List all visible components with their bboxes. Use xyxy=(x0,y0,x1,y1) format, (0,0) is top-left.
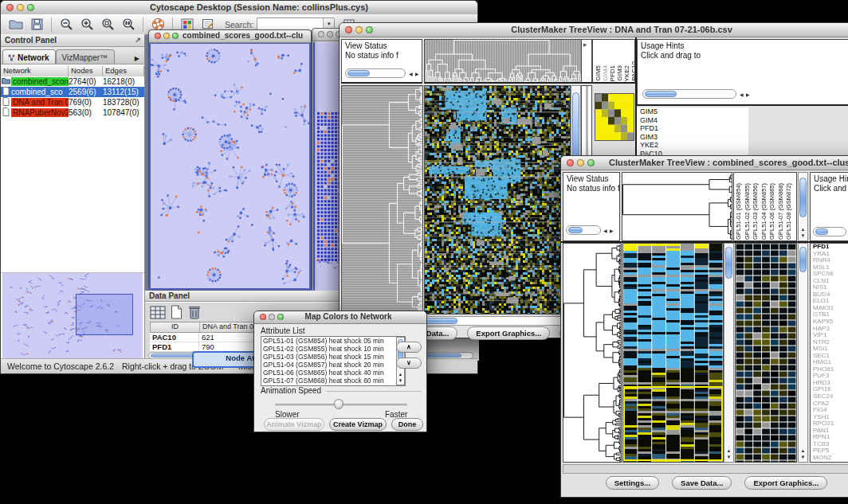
column-dendrogram-canvas[interactable] xyxy=(622,173,732,240)
network-row[interactable]: DNA and Tran 07 769(0) 183728(0) xyxy=(1,97,144,107)
minimize-button[interactable] xyxy=(17,4,24,11)
minimize-button[interactable] xyxy=(269,314,275,320)
scroll-left-icon[interactable]: ◀ xyxy=(740,92,744,97)
zoom-button[interactable] xyxy=(587,159,595,166)
scrollbar-thumb[interactable] xyxy=(568,227,583,233)
scrollbar-thumb[interactable] xyxy=(347,70,370,76)
scroll-down-icon[interactable]: ▼ xyxy=(799,233,807,239)
animation-speed-slider-thumb[interactable] xyxy=(334,399,344,409)
scroll-down-icon[interactable]: ▼ xyxy=(397,378,404,384)
save-session-icon[interactable] xyxy=(26,16,47,33)
column-label[interactable]: YKE2 xyxy=(623,65,630,81)
network-row[interactable]: RNAPuberNov2+ 563(0) 107847(0) xyxy=(1,107,144,118)
tv2-column-dendrogram[interactable] xyxy=(622,172,732,241)
close-button[interactable] xyxy=(567,159,574,166)
attribute-item[interactable]: GPL51-03 (GSM856) heat shock 15 min xyxy=(261,353,405,361)
column-label[interactable]: GPL51-01 (GSM854) xyxy=(735,183,744,240)
minimize-button[interactable] xyxy=(163,33,170,39)
tv2-detail-heatmap[interactable] xyxy=(735,243,797,463)
scroll-up-icon[interactable]: ▲ xyxy=(397,372,404,377)
delete-attribute-icon[interactable] xyxy=(188,305,201,322)
tv2-heatmap-vscrollbar[interactable]: ▲ ▼ xyxy=(724,243,734,463)
window-controls[interactable] xyxy=(6,4,34,11)
row-label[interactable]: GIM5 xyxy=(637,107,748,116)
done-button[interactable]: Done xyxy=(391,418,423,431)
tab-network[interactable]: Network xyxy=(2,49,56,64)
scrollbar-thumb[interactable] xyxy=(645,91,677,97)
heatmap-canvas[interactable] xyxy=(623,244,723,462)
network-row[interactable]: combined_sco 2569(6) 13112(15) xyxy=(1,87,144,97)
column-label[interactable]: PFD1 xyxy=(609,65,616,81)
heatmap-canvas[interactable] xyxy=(425,86,570,314)
column-dendrogram-canvas[interactable] xyxy=(425,40,581,83)
attribute-item[interactable]: GPL51-02 (GSM855) heat shock 10 min xyxy=(261,345,405,353)
zoom-in-icon[interactable] xyxy=(77,16,97,33)
window-controls[interactable] xyxy=(155,33,179,39)
select-attributes-icon[interactable] xyxy=(150,306,166,322)
row-label[interactable]: PFD1 xyxy=(637,124,748,133)
row-label[interactable]: YKE2 xyxy=(637,141,748,150)
treeview-button[interactable]: Export Graphics... xyxy=(467,326,550,340)
tv1-status-hscrollbar[interactable] xyxy=(345,68,406,78)
scroll-up-icon[interactable]: ▲ xyxy=(799,227,807,232)
minimize-button[interactable] xyxy=(577,159,584,166)
column-network[interactable]: Network xyxy=(1,66,69,76)
column-label[interactable]: GPL51-02 (GSM855) xyxy=(744,183,752,240)
tv1-correlation-minimap[interactable] xyxy=(595,93,634,141)
zoom-button[interactable] xyxy=(172,33,179,39)
attribute-item[interactable]: GPL51-04 (GSM857) heat shock 20 min xyxy=(261,361,405,369)
zoom-out-icon[interactable] xyxy=(56,16,77,33)
create-attribute-icon[interactable] xyxy=(171,305,183,322)
scrollbar-thumb[interactable] xyxy=(815,229,828,235)
zoom-selected-icon[interactable] xyxy=(97,16,118,33)
column-id[interactable]: ID xyxy=(151,322,200,332)
move-up-button[interactable]: ∧ xyxy=(396,342,422,353)
tv1-usage-hscrollbar[interactable] xyxy=(642,89,736,99)
attribute-item[interactable]: GPL51-01 (GSM854) heat shock 05 min xyxy=(261,337,405,345)
column-label[interactable]: GPL51-06 (GSM865) xyxy=(768,183,777,240)
scrollbar-thumb[interactable] xyxy=(799,178,807,217)
minimize-button[interactable] xyxy=(355,26,363,33)
tab-overflow-arrow-icon[interactable]: ▶ xyxy=(135,55,143,64)
attribute-item[interactable]: GPL51-06 (GSM865) heat shock 40 min xyxy=(261,369,405,377)
window-controls[interactable] xyxy=(567,159,595,166)
minimize-button[interactable] xyxy=(327,31,333,37)
close-button[interactable] xyxy=(260,314,266,320)
create-vizmap-button[interactable]: Create Vizmap xyxy=(329,418,387,431)
zoom-button[interactable] xyxy=(27,4,34,11)
scroll-left-icon[interactable]: ◀ xyxy=(603,228,607,233)
column-label[interactable]: GIM4 xyxy=(602,65,609,81)
dialog-titlebar[interactable]: Map Colors to Network xyxy=(254,311,426,324)
scrollbar-thumb[interactable] xyxy=(725,247,732,279)
column-nodes[interactable]: Nodes xyxy=(69,66,103,76)
network-canvas-1[interactable] xyxy=(149,43,311,290)
column-label[interactable]: GPL51-03 (GSM856) xyxy=(752,183,760,240)
zoom-fit-icon[interactable] xyxy=(118,16,139,33)
tv1-row-dendrogram[interactable] xyxy=(341,85,423,315)
treeview-button[interactable]: Save Data... xyxy=(672,476,732,490)
network-window-1[interactable]: combined_scores_good.txt--cluste... xyxy=(148,29,312,289)
move-down-button[interactable]: ∨ xyxy=(396,357,422,369)
column-label[interactable]: GPL51-04 (GSM857) xyxy=(760,183,769,240)
zoom-button[interactable] xyxy=(366,26,373,33)
row-label[interactable]: GIM4 xyxy=(637,116,748,125)
scroll-right-icon[interactable]: ▶ xyxy=(415,71,419,76)
close-button[interactable] xyxy=(6,4,14,11)
scroll-up-icon[interactable]: ▲ xyxy=(799,448,807,454)
network-row[interactable]: combined_scores 2764(0) 16218(0) xyxy=(1,76,144,87)
treeview1-titlebar[interactable]: ClusterMaker TreeView : DNA and Tran 07-… xyxy=(340,23,848,37)
open-session-icon[interactable] xyxy=(6,16,26,33)
tv2-labels-vscrollbar[interactable]: ▲ ▼ xyxy=(798,172,808,241)
tv1-column-dendrogram[interactable] xyxy=(424,39,582,84)
column-label[interactable]: GPL51-07 (GSM868) xyxy=(777,183,786,240)
tv2-status-hscrollbar[interactable] xyxy=(566,225,601,235)
treeview-button[interactable]: Settings... xyxy=(606,476,659,490)
tv2-usage-hscrollbar[interactable] xyxy=(813,227,846,236)
close-button[interactable] xyxy=(155,33,161,39)
treeview-button[interactable]: Export Graphics... xyxy=(744,476,827,490)
tv2-detail-vscrollbar[interactable]: ▲ ▼ xyxy=(798,243,808,463)
scroll-down-icon[interactable]: ▼ xyxy=(799,455,807,460)
animate-vizmap-button[interactable]: Animate Vizmap xyxy=(264,418,324,431)
window-controls[interactable] xyxy=(345,26,373,33)
scroll-up-icon[interactable]: ▲ xyxy=(724,448,733,454)
